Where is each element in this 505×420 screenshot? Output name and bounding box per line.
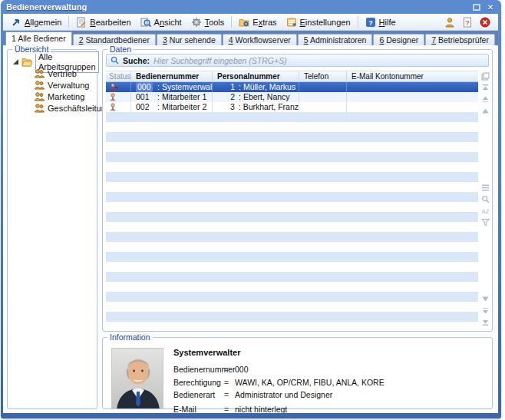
menu-separator (358, 16, 358, 28)
empty-table-row (106, 262, 478, 272)
empty-table-row (106, 222, 478, 232)
tree-item-label: Marketing (48, 92, 84, 101)
close-icon[interactable]: ✕ (485, 2, 496, 12)
tab-standardbediener[interactable]: 2 Standardbediener (73, 34, 156, 45)
tree-root-alle-arbeitsgruppen[interactable]: Alle Arbeitsgruppen (12, 56, 95, 68)
data-panel-label: Daten (107, 45, 134, 54)
info-field-bedienernummer: Bedienernummer=000 (173, 365, 486, 374)
empty-table-row (106, 142, 478, 152)
close-red-icon[interactable] (480, 17, 490, 28)
table-row[interactable]: 002:Mitarbeiter 2 3:Burkhart, Franz (106, 102, 478, 112)
overview-panel-label: Übersicht (12, 45, 51, 54)
empty-table-row (106, 202, 478, 212)
window-title: Bedienerverwaltung (6, 2, 87, 12)
titlebar: Bedienerverwaltung ✕ (1, 0, 501, 14)
magnifier-document-icon (140, 17, 151, 28)
restore-icon[interactable] (471, 2, 482, 12)
tab-alle-bediener[interactable]: 1 Alle Bediener (5, 31, 72, 45)
arrow-up-right-icon (11, 17, 21, 28)
table-row[interactable]: 000:Systemverwalter 1:Müller, Markus (106, 82, 478, 92)
tab-administratoren[interactable]: 5 Administratoren (298, 34, 373, 45)
empty-table-row (106, 312, 478, 322)
menu-extras[interactable]: Extras (234, 16, 281, 28)
column-chooser-icon[interactable] (481, 72, 490, 81)
tree-item-label: Verwaltung (48, 81, 89, 90)
empty-table-row (106, 292, 478, 302)
workgroup-tree: Alle Arbeitsgruppen Vertrieb Verwaltung … (8, 50, 97, 114)
empty-table-row (106, 272, 478, 282)
table-header[interactable]: Status Bedienernummer Personalnummer Tel… (106, 71, 478, 82)
empty-table-row (106, 172, 478, 182)
data-panel: Daten Suche: Hier Suchbegriff eingeben (… (102, 49, 493, 332)
tree-item-label: Vertrieb (48, 69, 77, 78)
search-input[interactable]: Suche: Hier Suchbegriff eingeben (STRG+S… (106, 54, 489, 67)
scroll-first-icon[interactable] (481, 84, 490, 92)
empty-table-row (106, 302, 478, 312)
table-side-toolbar: AZ (480, 71, 490, 328)
empty-table-row (106, 122, 478, 132)
empty-rows (106, 112, 478, 328)
search-label: Suche: (123, 56, 150, 65)
tab-betriebspruefer[interactable]: 7 Betriebsprüfer (425, 34, 495, 45)
menu-hilfe[interactable]: ? Hilfe (361, 16, 401, 28)
operator-status-icon (109, 93, 118, 101)
menu-tools[interactable]: Tools (186, 16, 229, 28)
menu-ansicht[interactable]: Ansicht (136, 16, 186, 28)
filter-icon[interactable] (481, 218, 490, 227)
tree-expander-icon[interactable] (12, 58, 19, 65)
column-header-personalnummer[interactable]: Personalnummer (213, 71, 299, 81)
info-field-email: E-Mail=nicht hinterlegt (173, 405, 486, 413)
menu-allgemein[interactable]: Allgemein (6, 16, 66, 28)
svg-text:?: ? (368, 18, 373, 26)
empty-table-row (106, 322, 478, 328)
empty-table-row (106, 252, 478, 262)
list-view-icon[interactable] (481, 184, 490, 192)
help-icon: ? (365, 17, 376, 28)
settings-icon (286, 17, 297, 28)
scroll-prev-page-icon[interactable] (481, 95, 490, 104)
info-field-bedienerart: Bedienerart=Administrator und Designer (173, 390, 486, 399)
column-header-email[interactable]: E-Mail Kontonummer (347, 71, 478, 81)
menu-bearbeiten[interactable]: Bearbeiten (71, 16, 135, 28)
tab-nur-sehende[interactable]: 3 Nur sehende (157, 34, 222, 45)
column-header-status[interactable]: Status (106, 71, 131, 81)
folder-gear-icon (239, 17, 249, 28)
scroll-prev-icon[interactable] (481, 107, 490, 115)
operator-name: Systemverwalter (173, 348, 486, 357)
search-placeholder: Hier Suchbegriff eingeben (STRG+S) (153, 56, 287, 65)
edit-document-icon (76, 17, 87, 28)
menu-separator (68, 16, 69, 28)
scroll-last-icon[interactable] (481, 318, 490, 326)
scroll-next-icon[interactable] (481, 295, 490, 303)
search-grid-icon[interactable] (481, 195, 490, 203)
group-icon (34, 91, 45, 101)
empty-table-row (106, 242, 478, 252)
empty-table-row (106, 282, 478, 292)
tree-item-marketing[interactable]: Marketing (34, 91, 95, 102)
menu-separator (231, 16, 232, 28)
overview-panel: Übersicht Alle Arbeitsgruppen Vertrieb V… (7, 49, 97, 409)
sort-icon[interactable]: AZ (481, 207, 490, 215)
empty-table-row (106, 182, 478, 192)
table-row[interactable]: 001:Mitarbeiter 1 2:Ebert, Nancy (106, 92, 478, 102)
tab-designer[interactable]: 6 Designer (373, 34, 424, 45)
menu-einstellungen[interactable]: Einstellungen (282, 16, 355, 28)
scroll-next-page-icon[interactable] (481, 306, 490, 315)
information-panel: Information (102, 337, 493, 409)
tree-item-label: Geschäftsleitung (48, 104, 111, 113)
svg-text:AZ: AZ (481, 208, 489, 215)
open-folder-icon (21, 57, 33, 67)
column-header-telefon[interactable]: Telefon (299, 71, 347, 81)
tree-item-verwaltung[interactable]: Verwaltung (34, 79, 95, 91)
empty-table-row (106, 112, 478, 122)
user-icon[interactable] (444, 17, 455, 28)
menubar: Allgemein Bearbeiten Ansicht Tools Extra… (3, 14, 498, 31)
app-window: Bedienerverwaltung ✕ Allgemein Bearbeite… (1, 0, 501, 418)
search-icon (111, 56, 119, 64)
tab-workflowserver[interactable]: 4 Workflowserver (223, 34, 297, 45)
help-document-icon[interactable]: ? (462, 17, 473, 28)
tree-item-geschaeftsleitung[interactable]: Geschäftsleitung (34, 102, 95, 114)
empty-table-row (106, 152, 478, 162)
column-header-bedienernummer[interactable]: Bedienernummer (131, 71, 213, 81)
group-icon (34, 80, 45, 90)
